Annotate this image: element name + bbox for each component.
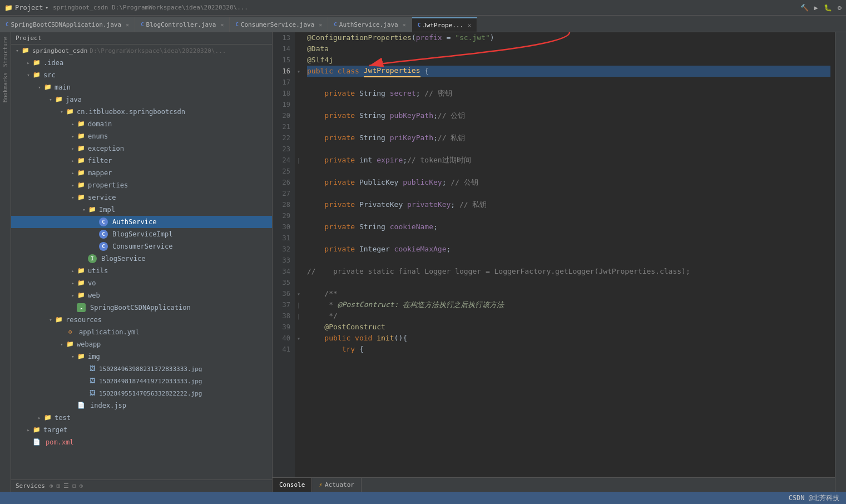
- code-line-22: private String priKeyPath;// 私钥: [307, 132, 830, 144]
- tree-item-utils[interactable]: ▸ 📁 utils: [11, 265, 272, 277]
- fold-icon[interactable]: ▾: [297, 68, 300, 75]
- tree-item-properties[interactable]: ▸ 📁 properties: [11, 179, 272, 191]
- build-icon[interactable]: 🔨: [800, 4, 809, 12]
- main-content: Structure Bookmarks Project ▾ 📁 springbo…: [0, 32, 846, 492]
- tree-item-springbootcsdn-app[interactable]: ☁ SpringBootCSDNApplication: [11, 302, 272, 314]
- comment-span: /**: [324, 288, 337, 299]
- code-span: ;: [446, 244, 451, 255]
- code-line-21: [307, 121, 830, 132]
- tree-arrow: ▸: [36, 415, 43, 421]
- code-span: [307, 322, 324, 333]
- tab-close-icon[interactable]: ✕: [403, 22, 406, 28]
- tree-item-cn[interactable]: ▾ 📁 cn.itbluebox.springbootcsdn: [11, 106, 272, 118]
- tab-JwtProperties[interactable]: C JwtPrope... ✕: [412, 17, 477, 32]
- folder-icon: 📁: [77, 132, 86, 141]
- tree-item-consumerservice[interactable]: C ConsumerService: [11, 240, 272, 253]
- comment-span: // 公钥: [451, 177, 478, 188]
- tree-item-main[interactable]: ▾ 📁 main: [11, 81, 272, 93]
- tree-item-vo[interactable]: ▸ 📁 vo: [11, 277, 272, 289]
- tree-label: main: [55, 83, 71, 91]
- tree-item-impl[interactable]: ▾ 📁 Impl: [11, 204, 272, 216]
- tab-BlogController[interactable]: C BlogController.java ✕: [135, 17, 230, 32]
- maven-icon: 📄: [32, 438, 41, 447]
- tree-item-idea[interactable]: ▸ 📁 .idea: [11, 57, 272, 69]
- settings-icon[interactable]: ⚙: [838, 4, 842, 12]
- tree-item-index-jsp[interactable]: 📄 index.jsp: [11, 399, 272, 412]
- tree-item-blogservice[interactable]: I BlogService: [11, 253, 272, 265]
- tab-close-icon[interactable]: ✕: [319, 22, 322, 28]
- editor-wrapper: 13 14 15 16 17 18 19 20 21 22 23 24 25 2…: [273, 32, 835, 492]
- kw-span: private: [324, 244, 359, 255]
- tree-item-test[interactable]: ▸ 📁 test: [11, 412, 272, 424]
- comment-span: // private static final Logger logger = …: [307, 266, 690, 277]
- console-tab[interactable]: Console: [273, 478, 312, 492]
- tree-label: AuthService: [112, 218, 156, 226]
- tree-item-java[interactable]: ▾ 📁 java: [11, 93, 272, 106]
- tab-ConsumerService[interactable]: C ConsumerService.java ✕: [230, 17, 328, 32]
- tree-item-root[interactable]: ▾ 📁 springboot_csdn D:\ProgramWorkspace\…: [11, 45, 272, 57]
- tree-item-webapp[interactable]: ▾ 📁 webapp: [11, 338, 272, 350]
- type-span: PrivateKey: [359, 199, 407, 210]
- folder-icon: 📁: [32, 58, 41, 67]
- code-line-26: private PublicKey publicKey; // 公钥: [307, 177, 830, 188]
- tree-item-img1[interactable]: 🖼 150284963988231372833333.jpg: [11, 363, 272, 375]
- tree-item-exception[interactable]: ▸ 📁 exception: [11, 142, 272, 155]
- structure-tab[interactable]: Structure: [1, 34, 9, 69]
- code-line-23: [307, 144, 830, 155]
- tree-item-domain[interactable]: ▸ 📁 domain: [11, 118, 272, 130]
- tree-item-img2[interactable]: 🖼 150284981874419712033333.jpg: [11, 375, 272, 387]
- tab-icon: C: [418, 22, 420, 28]
- tree-item-src[interactable]: ▾ 📁 src: [11, 69, 272, 81]
- folder-icon: 📁: [43, 413, 52, 422]
- side-tabs-left: Structure Bookmarks: [0, 32, 11, 492]
- services-icon5[interactable]: ⊕: [80, 482, 83, 490]
- services-icon3[interactable]: ☰: [63, 482, 69, 490]
- code-span: ;: [433, 132, 438, 144]
- tab-close-icon[interactable]: ✕: [126, 22, 129, 28]
- side-tabs-right: [835, 32, 846, 492]
- services-expand-icon[interactable]: ⊕: [50, 482, 53, 490]
- tree-item-authservice[interactable]: C AuthService: [11, 216, 272, 228]
- services-icon2[interactable]: ⊞: [57, 482, 61, 490]
- code-line-34: // private static final Logger logger = …: [307, 266, 830, 277]
- bookmarks-tab[interactable]: Bookmarks: [1, 70, 9, 105]
- tree-arrow: ▸: [69, 121, 77, 127]
- tree-item-application-yml[interactable]: ⚙ application.yml: [11, 326, 272, 338]
- code-line-40: public void init(){: [307, 333, 830, 344]
- tree-item-filter[interactable]: ▸ 📁 filter: [11, 155, 272, 167]
- debug-icon[interactable]: 🐛: [824, 4, 832, 12]
- tree-item-enums[interactable]: ▸ 📁 enums: [11, 130, 272, 142]
- tree-arrow: ▸: [69, 134, 77, 139]
- tab-SpringBootCSDNApplication[interactable]: C SpringBootCSDNApplication.java ✕: [0, 17, 135, 32]
- tab-close-icon[interactable]: ✕: [220, 22, 224, 28]
- code-line-17: [307, 77, 830, 88]
- code-span: [307, 344, 342, 355]
- code-span: ;: [403, 155, 407, 166]
- tab-close-icon[interactable]: ✕: [468, 22, 471, 28]
- services-icon4[interactable]: ⊟: [72, 482, 76, 490]
- tree-item-target[interactable]: ▸ 📁 target: [11, 424, 272, 436]
- tree-arrow: ▸: [69, 158, 77, 164]
- tree-item-resources[interactable]: ▾ 📁 resources: [11, 314, 272, 326]
- run-icon[interactable]: ▶: [814, 4, 818, 12]
- tree-item-web[interactable]: ▸ 📁 web: [11, 289, 272, 302]
- code-span: [307, 221, 324, 233]
- sidebar-tree[interactable]: ▾ 📁 springboot_csdn D:\ProgramWorkspace\…: [11, 45, 272, 480]
- tree-item-img[interactable]: ▾ 📁 img: [11, 350, 272, 363]
- project-dropdown[interactable]: 📁 Project ▾: [4, 4, 48, 12]
- tree-item-service[interactable]: ▾ 📁 service: [11, 191, 272, 204]
- code-area[interactable]: @ConfigurationProperties(prefix = "sc.jw…: [303, 32, 835, 477]
- tree-item-mapper[interactable]: ▸ 📁 mapper: [11, 167, 272, 179]
- java-interface-icon: I: [88, 254, 97, 263]
- actuator-tab[interactable]: ⚡ Actuator: [312, 478, 362, 492]
- code-line-32: private Integer cookieMaxAge;: [307, 244, 830, 255]
- tree-label: index.jsp: [90, 402, 126, 409]
- tree-item-img3[interactable]: 🖼 150284955147056332822222.jpg: [11, 387, 272, 399]
- tab-AuthService[interactable]: C AuthService.java ✕: [328, 17, 412, 32]
- kw-span: class: [338, 66, 364, 77]
- code-line-36: /**: [307, 288, 830, 299]
- tree-item-blogserviceimpl[interactable]: C BlogServiceImpl: [11, 228, 272, 240]
- kw-span: private: [324, 155, 359, 166]
- tree-arrow: ▾: [24, 72, 32, 78]
- tree-item-pom[interactable]: 📄 pom.xml: [11, 436, 272, 448]
